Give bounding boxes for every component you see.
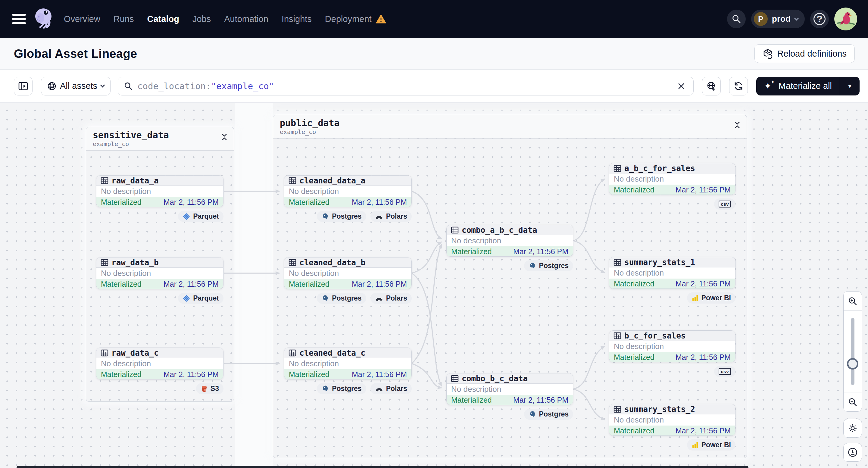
tag-postgres[interactable]: Postgres [317, 211, 366, 222]
nav-automation[interactable]: Automation [224, 14, 268, 24]
zoom-slider[interactable] [844, 311, 862, 392]
avatar[interactable] [834, 7, 857, 30]
nav-catalog[interactable]: Catalog [147, 14, 179, 24]
asset-name: cleaned_data_a [299, 176, 365, 186]
postgres-icon [321, 213, 329, 220]
group-code-location: example_co [280, 128, 340, 135]
download-image-button[interactable] [843, 443, 862, 462]
lineage-canvas[interactable]: sensitive_data example_co public_data ex… [0, 103, 868, 468]
asset-node-cleaned_data_a[interactable]: cleaned_data_a No description Materializ… [284, 175, 412, 207]
materialize-options-caret[interactable]: ▾ [840, 77, 860, 95]
materialized-timestamp: Mar 2, 11:56 PM [163, 370, 219, 379]
nav-insights[interactable]: Insights [282, 14, 312, 24]
postgres-icon [529, 410, 536, 418]
asset-search-input[interactable]: code_location:"example_co" [118, 77, 693, 95]
materialized-status: Materialized [614, 427, 654, 435]
nav-deployment[interactable]: Deployment [325, 14, 372, 24]
postgres-icon [321, 294, 329, 302]
table-icon [101, 177, 108, 185]
tag-csv[interactable]: csv [714, 198, 736, 210]
asset-scope-dropdown[interactable]: All assets [41, 77, 111, 95]
asset-node-raw_data_b[interactable]: raw_data_b No description Materialized M… [96, 257, 223, 289]
materialized-status: Materialized [289, 370, 330, 379]
table-icon [614, 164, 621, 172]
search-icon [124, 82, 132, 90]
reload-definitions-button[interactable]: Reload definitions [754, 44, 855, 63]
nav-runs[interactable]: Runs [114, 14, 134, 24]
materialized-timestamp: Mar 2, 11:56 PM [676, 279, 731, 288]
refresh-button[interactable] [729, 77, 748, 95]
zoom-in-icon [848, 297, 857, 306]
materialize-all-button[interactable]: ✦ ✦ Materialize all ▾ [756, 77, 860, 95]
tag-postgres[interactable]: Postgres [317, 293, 366, 304]
asset-name: combo_a_b_c_data [462, 225, 537, 235]
polars-icon [375, 385, 383, 393]
tag-postgres[interactable]: Postgres [317, 383, 366, 394]
sidebar-toggle-button[interactable] [14, 77, 33, 95]
zoom-in-button[interactable] [844, 291, 862, 311]
help-button[interactable]: ? [810, 10, 829, 28]
tag-parquet[interactable]: Parquet [178, 293, 223, 304]
tag-powerbi[interactable]: Power BI [687, 439, 736, 450]
globe-plus-icon [706, 81, 716, 91]
parquet-icon [183, 213, 190, 220]
asset-description: No description [284, 268, 411, 279]
collapse-group-icon[interactable] [221, 133, 228, 141]
tag-postgres[interactable]: Postgres [524, 260, 573, 271]
reload-definitions-label: Reload definitions [777, 49, 847, 59]
sparkle-icon: ✦ ✦ [764, 81, 774, 91]
environment-switcher[interactable]: P prod [751, 10, 805, 28]
materialized-timestamp: Mar 2, 11:56 PM [352, 280, 407, 288]
nav-jobs[interactable]: Jobs [192, 14, 211, 24]
asset-description: No description [609, 341, 735, 352]
zoom-slider-thumb[interactable] [847, 358, 858, 370]
tag-polars[interactable]: Polars [370, 293, 412, 304]
tag-parquet[interactable]: Parquet [178, 211, 223, 222]
powerbi-icon [691, 441, 699, 449]
collapse-group-icon[interactable] [734, 121, 741, 129]
close-icon [678, 83, 685, 90]
asset-node-b_c_for_sales[interactable]: b_c_for_sales No description Materialize… [609, 331, 736, 362]
help-icon: ? [813, 13, 826, 25]
asset-node-a_b_c_for_sales[interactable]: a_b_c_for_sales No description Materiali… [609, 163, 736, 195]
csv-icon: csv [719, 200, 731, 208]
menu-icon[interactable] [12, 14, 26, 24]
dagster-logo[interactable] [34, 8, 54, 30]
asset-node-summary_stats_1[interactable]: summary_stats_1 No description Materiali… [609, 257, 736, 289]
asset-node-raw_data_a[interactable]: raw_data_a No description Materialized M… [96, 175, 223, 207]
zoom-out-button[interactable] [844, 392, 862, 411]
tag-postgres[interactable]: Postgres [524, 409, 573, 420]
zoom-slider-track[interactable] [851, 318, 855, 385]
page-header: Global Asset Lineage Reload definitions [0, 38, 868, 69]
asset-node-raw_data_c[interactable]: raw_data_c No description Materialized M… [96, 347, 223, 379]
chevron-down-icon [794, 15, 799, 21]
table-icon [614, 405, 621, 413]
asset-name: cleaned_data_c [299, 348, 365, 358]
asset-name: combo_b_c_data [462, 373, 528, 384]
asset-node-cleaned_data_c[interactable]: cleaned_data_c No description Materializ… [284, 347, 412, 379]
asset-node-combo_b_c_data[interactable]: combo_b_c_data No description Materializ… [446, 373, 573, 405]
search-button[interactable] [727, 10, 746, 28]
tag-s3[interactable]: S3 [196, 383, 223, 394]
asset-name: raw_data_a [112, 176, 159, 186]
asset-node-cleaned_data_b[interactable]: cleaned_data_b No description Materializ… [284, 257, 412, 289]
asset-name: cleaned_data_b [299, 257, 365, 268]
asset-name: raw_data_b [112, 257, 159, 268]
tag-csv[interactable]: csv [714, 366, 736, 377]
asset-name: a_b_c_for_sales [624, 163, 695, 174]
filter-groups-button[interactable] [702, 77, 721, 95]
nav-overview[interactable]: Overview [64, 14, 100, 24]
asset-description: No description [609, 268, 735, 279]
materialized-status: Materialized [451, 247, 492, 256]
tag-polars[interactable]: Polars [370, 383, 412, 394]
asset-name: summary_stats_1 [624, 257, 695, 268]
tag-polars[interactable]: Polars [370, 211, 412, 222]
parquet-icon [183, 294, 190, 302]
table-icon [614, 258, 621, 266]
asset-node-summary_stats_2[interactable]: summary_stats_2 No description Materiali… [609, 404, 736, 436]
asset-node-combo_a_b_c_data[interactable]: combo_a_b_c_data No description Material… [446, 225, 573, 257]
tag-powerbi[interactable]: Power BI [687, 292, 736, 304]
graph-settings-button[interactable] [843, 419, 862, 438]
table-icon [451, 226, 459, 234]
clear-search-button[interactable] [675, 80, 687, 92]
